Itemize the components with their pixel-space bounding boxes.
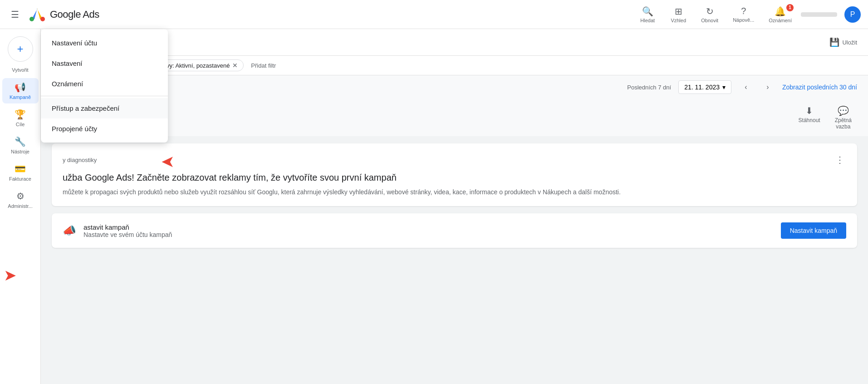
download-button[interactable]: ⬇ Stáhnout [793,103,826,133]
dropdown-item-notifications[interactable]: Oznámení [41,74,168,94]
header-right: 🔍 Hledat ⊞ Vzhled ↻ Obnovit ? Nápově... … [634,3,861,26]
sidebar-label-admin: Administr... [8,203,32,209]
help-nav-label: Nápově... [733,17,754,23]
sidebar-item-billing[interactable]: 💳 Fakturace [2,160,39,185]
feedback-button[interactable]: 💬 Zpětnávazba [829,103,857,133]
filter-chip-ad-set-close[interactable]: ✕ [232,62,238,69]
sidebar-item-tools[interactable]: 🔧 Nástroje [2,133,39,158]
search-nav-label: Hledat [640,18,655,23]
add-filter-button[interactable]: Přidat filtr [247,60,280,71]
help-nav-icon: ? [741,6,746,16]
help-nav-button[interactable]: ? Nápově... [727,3,760,25]
last-days-label: Posledních 7 dní [627,84,671,91]
feedback-icon: 💬 [838,105,849,116]
google-ads-logo-icon [28,5,46,24]
billing-icon: 💳 [15,163,26,174]
svg-point-3 [29,17,34,21]
setup-subtitle: Nastavte ve svém účtu kampaň [83,231,172,238]
dropdown-item-linked-accounts[interactable]: Propojené účty [41,118,168,139]
download-label: Stáhnout [799,117,820,123]
setup-card: 📣 astavit kampaň Nastavte ve svém účtu k… [52,213,857,248]
search-nav-icon: 🔍 [642,6,653,17]
user-account-bar [801,12,837,17]
red-arrow-admin: ➤ [4,266,16,284]
create-label: Vytvořit [12,67,28,73]
dropdown-item-settings[interactable]: Nastavení [41,53,168,74]
save-label: Uložit [842,39,857,46]
setup-title: astavit kampaň [83,223,172,231]
welcome-title: užba Google Ads! Začněte zobrazovat rekl… [63,172,846,183]
sidebar-item-admin[interactable]: ⚙ Administr... [2,187,39,212]
top-header: ☰ Google Ads 🔍 Hledat ⊞ Vzhled ↻ Obnovit [0,0,868,29]
refresh-nav-icon: ↻ [706,6,714,17]
date-prev-button[interactable]: ‹ [739,80,753,94]
view-nav-button[interactable]: ⊞ Vzhled [665,3,692,26]
dropdown-item-account-settings[interactable]: Nastavení účtu [41,33,168,53]
user-account-info[interactable] [801,12,837,17]
setup-action-button[interactable]: Nastavit kampaň [781,222,846,239]
date-picker[interactable]: 21. 11. 2023 ▾ [678,80,731,94]
save-button[interactable]: 💾 Uložit [829,37,857,47]
notification-badge: 1 [786,4,794,11]
add-filter-label: Přidat filtr [251,62,276,69]
more-options-button[interactable]: ⋮ [834,153,846,167]
dropdown-divider [41,96,168,96]
goals-icon: 🏆 [15,109,26,120]
view-nav-label: Vzhled [671,18,686,23]
date-next-button[interactable]: › [760,80,775,94]
header-left: ☰ Google Ads [7,5,634,24]
setup-left: 📣 astavit kampaň Nastavte ve svém účtu k… [63,223,172,238]
sidebar-item-goals[interactable]: 🏆 Cíle [2,105,39,131]
campaigns-icon: 📢 [15,82,26,93]
create-plus-icon: + [17,43,23,55]
refresh-nav-label: Obnovit [701,18,718,23]
feedback-label: Zpětnávazba [835,117,852,130]
refresh-nav-button[interactable]: ↻ Obnovit [696,3,724,26]
sidebar-item-campaigns[interactable]: 📢 Kampaně [2,78,39,103]
admin-icon: ⚙ [16,191,25,202]
sidebar-label-goals: Cíle [16,122,25,127]
admin-dropdown-menu: Nastavení účtu Nastavení Oznámení Přístu… [41,29,168,143]
welcome-desc: můžete k propagaci svých produktů nebo s… [63,187,846,197]
date-value: 21. 11. 2023 [684,84,720,91]
google-ads-logo: Google Ads [28,5,99,24]
sidebar-label-campaigns: Kampaně [10,94,31,100]
hamburger-icon[interactable]: ☰ [7,5,23,24]
date-dropdown-icon: ▾ [722,84,726,91]
diagnostics-header: y diagnostiky ⋮ [63,153,846,167]
sidebar-label-billing: Fakturace [9,176,31,182]
setup-icon: 📣 [63,224,76,237]
setup-text-group: astavit kampaň Nastavte ve svém účtu kam… [83,223,172,238]
svg-point-4 [40,17,45,21]
main-layout: + Vytvořit 📢 Kampaně 🏆 Cíle 🔧 Nástroje 💳… [0,29,868,384]
notifications-nav-label: Oznámení [769,18,792,23]
last30-link[interactable]: Zobrazit posledních 30 dní [782,84,857,91]
red-arrow-menu: ➤ [161,152,175,171]
search-nav-button[interactable]: 🔍 Hledat [634,3,661,26]
dropdown-item-access-security[interactable]: Přístup a zabezpečení [41,98,168,118]
view-nav-icon: ⊞ [675,6,682,17]
notifications-nav-icon: 🔔 [775,6,786,17]
user-avatar[interactable]: P [844,6,861,23]
tools-icon: 🔧 [15,136,26,147]
download-icon: ⬇ [805,105,813,116]
sidebar-label-tools: Nástroje [11,149,29,154]
diagnostics-label: y diagnostiky [63,157,97,163]
save-icon: 💾 [829,37,839,47]
left-sidebar: + Vytvořit 📢 Kampaně 🏆 Cíle 🔧 Nástroje 💳… [0,29,41,384]
notifications-nav-button[interactable]: 🔔 1 Oznámení [763,3,797,26]
app-title: Google Ads [50,9,99,20]
create-button[interactable]: + [8,36,33,62]
action-right-buttons: ⬇ Stáhnout 💬 Zpětnávazba [793,103,857,133]
